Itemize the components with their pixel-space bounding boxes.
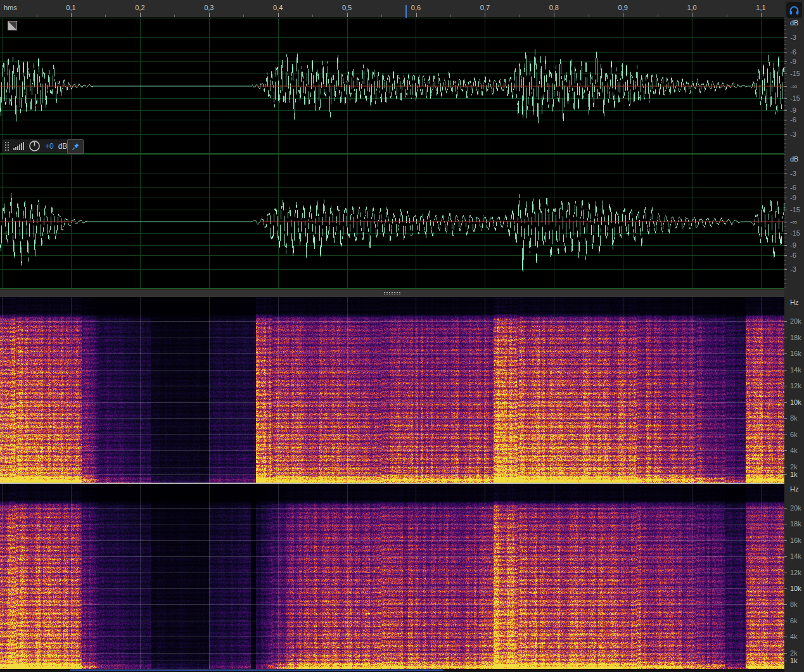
scale-tick — [784, 467, 787, 467]
spectrogram-channel-1[interactable] — [0, 297, 784, 483]
scale-tick-label: -15 — [790, 94, 800, 102]
scale-tick — [784, 245, 787, 246]
scale-tick-label: 18k — [790, 520, 801, 528]
monitor-button[interactable] — [786, 2, 802, 18]
spectrogram-channel-2[interactable] — [0, 484, 784, 669]
scale-tick — [784, 269, 787, 270]
scale-tick-label: 14k — [790, 552, 801, 560]
scale-tick-label: 4k — [790, 633, 798, 640]
horizontal-scrollbar[interactable] — [70, 669, 443, 671]
scale-tick-label: 6k — [790, 431, 798, 438]
ruler-minor-tick — [589, 15, 589, 17]
scale-tick — [784, 174, 787, 174]
level-meter-icon — [13, 142, 24, 150]
volume-value[interactable]: +0 — [45, 142, 54, 151]
scale-tick — [784, 450, 787, 451]
scale-tick-label: dB — [790, 155, 798, 163]
timeline-ruler[interactable]: hms 0,10,20,30,40,50,60,70,80,91,01,1 — [0, 0, 784, 18]
scale-column: dB-3-3-6-6-9-9-15-15-∞dB-3-3-6-6-9-9-15-… — [784, 0, 804, 672]
volume-knob-icon[interactable] — [29, 140, 41, 152]
ruler-minor-tick — [658, 15, 658, 17]
scale-tick — [784, 321, 787, 322]
scale-tick — [784, 604, 787, 605]
scale-tick — [784, 434, 787, 435]
scale-tick-label: -3 — [790, 170, 796, 177]
ruler-major-tick — [209, 13, 210, 17]
scale-tick — [784, 573, 787, 573]
volume-unit-label: dB — [58, 142, 68, 151]
scale-tick — [784, 222, 787, 222]
scale-tick-label: Hz — [790, 485, 798, 493]
scale-tick-label: 6k — [790, 617, 798, 624]
scale-tick — [784, 353, 787, 354]
scale-tick-label: 2k — [790, 463, 798, 471]
scale-tick-label: -15 — [790, 70, 800, 77]
ruler-tick-label: 1,1 — [756, 4, 765, 11]
scale-tick-label: 20k — [790, 317, 801, 325]
waveform-channel-1[interactable] — [0, 18, 784, 154]
volume-hud[interactable]: +0 dB — [1, 139, 73, 153]
scale-tick — [784, 418, 787, 419]
scale-tick — [784, 73, 787, 74]
scale-tick-label: 16k — [790, 536, 801, 544]
scale-tick — [784, 653, 787, 654]
scale-tick — [784, 621, 787, 621]
ruler-minor-tick — [105, 15, 106, 17]
scale-tick — [784, 98, 787, 99]
ruler-major-tick — [140, 13, 141, 17]
scale-tick-label: Hz — [790, 298, 798, 306]
scale-tick-label: -6 — [790, 184, 796, 191]
splitter-grip-icon[interactable] — [383, 291, 401, 295]
ruler-major-tick — [71, 13, 72, 17]
scale-tick-label: -9 — [790, 194, 796, 201]
scale-tick — [784, 661, 787, 661]
scale-tick-label: 20k — [790, 504, 801, 512]
scale-tick-label: -6 — [790, 251, 796, 259]
scale-tick — [784, 588, 787, 589]
ruler-major-tick — [347, 13, 348, 17]
scale-tick — [784, 524, 787, 524]
ruler-minor-tick — [174, 15, 175, 17]
scale-tick — [784, 402, 787, 403]
ruler-tick-label: 0,1 — [66, 4, 75, 11]
scale-tick-label: -6 — [790, 116, 796, 124]
scale-tick-label: -9 — [790, 241, 796, 249]
view-splitter[interactable] — [0, 289, 784, 297]
scale-tick — [784, 210, 787, 210]
ruler-minor-tick — [520, 15, 520, 17]
scale-tick — [784, 61, 787, 62]
scale-tick-label: 1k — [790, 471, 798, 478]
scale-tick-label: -∞ — [790, 218, 798, 225]
pin-button[interactable] — [67, 139, 84, 154]
scale-tick-label: 12k — [790, 569, 801, 576]
scale-tick-label: -15 — [790, 229, 800, 237]
scale-tick — [784, 187, 787, 188]
scale-tick — [784, 198, 787, 198]
scale-tick-label: 12k — [790, 382, 801, 390]
scale-tick-label: dB — [790, 19, 798, 27]
scale-tick — [784, 474, 787, 475]
bottom-scroll-strip — [0, 669, 784, 672]
ruler-major-tick — [554, 13, 554, 17]
ruler-tick-label: 0,6 — [411, 4, 421, 11]
scale-tick-label: -15 — [790, 206, 800, 213]
level-normalize-widget-icon[interactable] — [8, 21, 17, 30]
scale-tick-label: 14k — [790, 366, 801, 374]
ruler-tick-label: 0,3 — [204, 4, 214, 11]
scale-tick-label: 10k — [790, 398, 801, 406]
ruler-minor-tick — [450, 15, 451, 17]
ruler-minor-tick — [381, 15, 382, 17]
scale-tick-label: -∞ — [790, 82, 798, 90]
scale-tick-label: 1k — [790, 657, 798, 664]
ruler-minor-tick — [727, 15, 727, 17]
ruler-major-tick — [416, 13, 417, 17]
drag-grip-icon[interactable] — [4, 141, 9, 151]
waveform-channel-2[interactable] — [0, 154, 784, 289]
ruler-minor-tick — [37, 15, 37, 17]
ruler-tick-label: 0,4 — [273, 4, 283, 11]
scale-tick — [784, 52, 787, 53]
playhead-marker[interactable] — [405, 5, 407, 18]
ruler-tick-label: 0,7 — [480, 4, 490, 11]
scale-tick — [784, 134, 787, 135]
scale-tick-label: -3 — [790, 130, 796, 138]
